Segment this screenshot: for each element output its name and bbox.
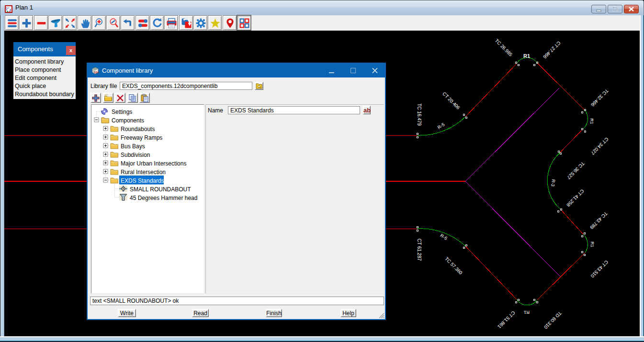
svg-text:CT 34.027: CT 34.027: [590, 136, 610, 156]
svg-text:EXDS Standards: EXDS Standards: [121, 177, 164, 184]
svg-text:Roundabouts: Roundabouts: [121, 126, 155, 132]
svg-text:CT 20.406: CT 20.406: [441, 91, 461, 110]
svg-text:Major Urban Intersections: Major Urban Intersections: [121, 160, 186, 167]
svg-text:CT 51.861: CT 51.861: [497, 310, 516, 330]
svg-text:SMALL ROUNDABOUT: SMALL ROUNDABOUT: [130, 186, 191, 193]
svg-text:R1: R1: [590, 242, 595, 247]
svg-text:Freeway Ramps: Freeway Ramps: [121, 134, 162, 141]
svg-text:TC 43.789: TC 43.789: [589, 211, 609, 231]
svg-text:R1: R1: [523, 53, 530, 59]
svg-text:R-3: R-3: [550, 179, 556, 187]
svg-text:12d: 12d: [94, 71, 99, 74]
svg-text:R-5: R-5: [437, 121, 446, 130]
svg-text:Subdivision: Subdivision: [121, 152, 150, 158]
svg-text:R1: R1: [524, 310, 530, 315]
svg-text:TC 36.527: TC 36.527: [566, 161, 586, 180]
svg-text:TC 32.466: TC 32.466: [590, 88, 610, 108]
svg-text:Rural Intersection: Rural Intersection: [121, 169, 166, 176]
svg-text:CT 27.466: CT 27.466: [542, 40, 562, 60]
svg-text:CT 41.258: CT 41.258: [565, 188, 585, 208]
svg-text:CT 43.510: CT 43.510: [589, 259, 609, 279]
svg-text:TD 60.310: TD 60.310: [543, 310, 563, 330]
svg-text:Bus Bays: Bus Bays: [121, 143, 145, 150]
svg-text:TC 16.479: TC 16.479: [417, 103, 422, 126]
svg-text:TC 57.360: TC 57.360: [444, 256, 463, 276]
svg-text:Settings: Settings: [112, 109, 132, 115]
svg-text:R1: R1: [589, 118, 595, 124]
svg-text:CT 61.287: CT 61.287: [417, 239, 422, 261]
svg-text:45 Degrees Hammer head: 45 Degrees Hammer head: [130, 195, 197, 201]
svg-text:TC 26.985: TC 26.985: [494, 38, 514, 57]
svg-text:Components: Components: [112, 117, 144, 124]
